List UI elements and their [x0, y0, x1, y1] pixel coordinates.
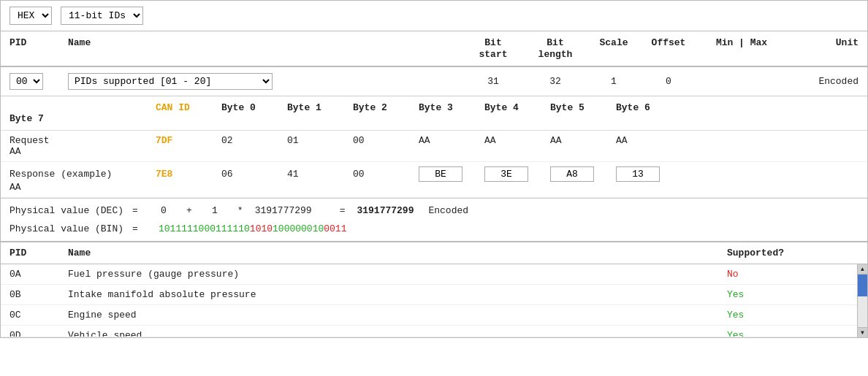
table-row: 0A Fuel pressure (gauge pressure) No — [1, 264, 867, 285]
table-row: 0D Vehicle speed Yes — [1, 326, 867, 337]
request-byte7: AA — [9, 146, 156, 157]
response-byte2: 00 — [353, 169, 419, 180]
physical-dec-eq2: = — [340, 205, 346, 216]
physical-dec-val1: 0 — [153, 205, 175, 216]
pid-name-select-wrap[interactable]: PIDs supported [01 - 20] — [68, 73, 464, 90]
physical-dec-val3: 3191777299 — [255, 205, 328, 216]
empty-header — [9, 102, 156, 113]
pid-row: 000102 PIDs supported [01 - 20] 31 32 1 … — [1, 67, 867, 96]
response-byte0: 06 — [221, 169, 287, 180]
byte2-header: Byte 2 — [353, 102, 419, 113]
minmax-header: Min | Max — [698, 37, 785, 60]
response-byte3[interactable] — [419, 166, 484, 182]
bit-length-val: 32 — [522, 76, 588, 87]
row-pid: 0B — [9, 289, 68, 300]
request-byte4: AA — [484, 135, 550, 146]
scroll-up-button[interactable]: ▲ — [858, 264, 867, 275]
offset-header: Offset — [639, 37, 698, 60]
physical-dec-label: Physical value (DEC) — [9, 205, 126, 216]
bottom-rows-container: 0A Fuel pressure (gauge pressure) No 0B … — [1, 264, 867, 337]
request-byte6: AA — [616, 135, 682, 146]
scroll-thumb[interactable] — [858, 275, 867, 296]
row-name: Vehicle speed — [68, 330, 727, 337]
bottom-name-header: Name — [68, 248, 727, 258]
row-supported: Yes — [727, 289, 844, 300]
physical-dec-result: 3191777299 — [357, 205, 414, 216]
row-name: Fuel pressure (gauge pressure) — [68, 269, 727, 280]
row-pid: 0D — [9, 330, 68, 337]
offset-val: 0 — [639, 76, 698, 87]
bin-red2: 0011 — [324, 223, 346, 234]
table-row: 0C Engine speed Yes — [1, 305, 867, 326]
bin-green2: 100000010 — [273, 223, 324, 234]
byte3-header: Byte 3 — [419, 102, 484, 113]
response-byte5-input[interactable] — [550, 166, 594, 182]
response-can-id: 7E8 — [156, 169, 221, 180]
column-headers: PID Name Bitstart Bitlength Scale Offset… — [1, 31, 867, 67]
response-row: Response (example) 7E8 06 41 00 AA — [1, 162, 867, 198]
bottom-scroll-spacer — [844, 248, 859, 258]
physical-dec-eq1: = — [132, 205, 147, 216]
can-id-header: CAN ID — [156, 102, 221, 113]
response-byte1: 41 — [287, 169, 353, 180]
request-row: Request 7DF 02 01 00 AA AA AA AA AA — [1, 131, 867, 162]
response-byte3-input[interactable] — [419, 166, 462, 182]
request-label: Request — [9, 135, 156, 146]
row-pid: 0A — [9, 269, 68, 280]
row-supported: No — [727, 269, 844, 280]
id-type-select[interactable]: 11-bit IDs 29-bit IDs — [61, 7, 143, 25]
response-byte5[interactable] — [550, 166, 616, 182]
toolbar: HEX DEC BIN 11-bit IDs 29-bit IDs — [1, 1, 867, 31]
byte0-header: Byte 0 — [221, 102, 287, 113]
physical-bin-label: Physical value (BIN) — [9, 223, 126, 234]
format-select[interactable]: HEX DEC BIN — [9, 7, 52, 25]
row-pid: 0C — [9, 310, 68, 321]
response-byte4-input[interactable] — [484, 166, 528, 182]
bottom-section: PID Name Supported? 0A Fuel pressure (ga… — [1, 242, 867, 337]
physical-dec-row: Physical value (DEC) = 0 + 1 * 319177729… — [9, 202, 859, 220]
request-can-id: 7DF — [156, 135, 221, 146]
response-byte6[interactable] — [616, 166, 682, 182]
bottom-table-header: PID Name Supported? — [1, 242, 867, 264]
pid-header: PID — [9, 37, 68, 60]
table-row: 0B Intake manifold absolute pressure Yes — [1, 285, 867, 305]
byte7-header: Byte 7 — [9, 113, 156, 124]
request-byte1: 01 — [287, 135, 353, 146]
byte-headers: CAN ID Byte 0 Byte 1 Byte 2 Byte 3 Byte … — [1, 96, 867, 131]
response-label: Response (example) — [9, 169, 156, 180]
response-byte4[interactable] — [484, 166, 550, 182]
pid-select[interactable]: 000102 — [9, 73, 43, 90]
bottom-supported-header: Supported? — [727, 248, 844, 258]
request-byte2: 00 — [353, 135, 419, 146]
bottom-pid-header: PID — [9, 248, 68, 258]
physical-bin-row: Physical value (BIN) = 10111110001111101… — [9, 220, 859, 238]
response-byte6-input[interactable] — [616, 166, 660, 182]
physical-bin-value: 101111100011111010101000000100011 — [159, 223, 346, 234]
physical-bin-eq: = — [132, 223, 147, 234]
row-name: Engine speed — [68, 310, 727, 321]
request-byte5: AA — [550, 135, 616, 146]
bin-green1: 1011111000111110 — [159, 223, 250, 234]
physical-values-section: Physical value (DEC) = 0 + 1 * 319177729… — [1, 199, 867, 242]
request-byte0: 02 — [221, 135, 287, 146]
unit-val: Encoded — [785, 76, 859, 87]
byte-section: CAN ID Byte 0 Byte 1 Byte 2 Byte 3 Byte … — [1, 96, 867, 199]
byte1-header: Byte 1 — [287, 102, 353, 113]
scale-header: Scale — [588, 37, 639, 60]
byte4-header: Byte 4 — [484, 102, 550, 113]
main-container: HEX DEC BIN 11-bit IDs 29-bit IDs PID Na… — [0, 0, 868, 338]
request-byte3: AA — [419, 135, 484, 146]
scroll-down-button[interactable]: ▼ — [858, 327, 867, 337]
byte6-header: Byte 6 — [616, 102, 682, 113]
physical-dec-mul: * — [237, 205, 243, 216]
bin-red1: 1010 — [250, 223, 273, 234]
scrollbar[interactable]: ▲ ▼ — [857, 264, 867, 337]
physical-dec-val2: 1 — [204, 205, 226, 216]
pid-select-wrap[interactable]: 000102 — [9, 73, 68, 90]
response-byte7: AA — [9, 182, 156, 193]
row-supported: Yes — [727, 330, 844, 337]
bit-length-header: Bitlength — [522, 37, 588, 60]
row-supported: Yes — [727, 310, 844, 321]
unit-header: Unit — [785, 37, 859, 60]
pid-name-select[interactable]: PIDs supported [01 - 20] — [68, 73, 273, 90]
